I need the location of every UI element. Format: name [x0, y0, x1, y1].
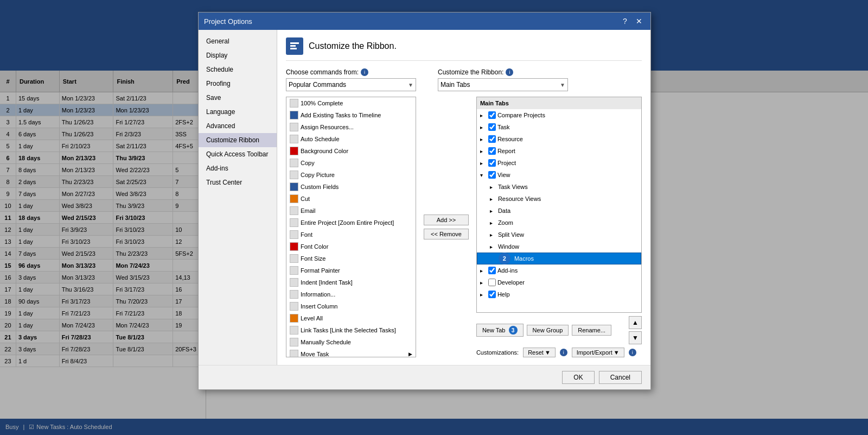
cmd-icon: [290, 302, 298, 311]
tree-item[interactable]: ▸Help: [477, 288, 641, 300]
nav-add-ins[interactable]: Add-ins: [199, 161, 277, 175]
tree-child-item[interactable]: 2Macros: [477, 253, 641, 264]
cancel-button[interactable]: Cancel: [599, 371, 642, 384]
customize-ribbon-icon: [286, 37, 303, 55]
new-tab-button[interactable]: New Tab 3: [476, 324, 524, 337]
cmd-icon: [290, 350, 298, 357]
tree-item-label: Help: [497, 291, 510, 298]
tree-child-item[interactable]: ▸Window: [477, 241, 641, 253]
command-item[interactable]: Assign Resources...: [286, 121, 416, 133]
svg-rect-2: [290, 48, 297, 49]
cmd-label: Link Tasks [Link the Selected Tasks]: [301, 327, 396, 333]
command-item[interactable]: Indent [Indent Task]: [286, 276, 416, 288]
command-item[interactable]: Entire Project [Zoom Entire Project]: [286, 217, 416, 229]
cmd-icon: [290, 111, 298, 119]
tree-child-label: Task Views: [498, 184, 528, 190]
cmd-icon: [290, 99, 298, 108]
move-down-button[interactable]: ▼: [629, 331, 642, 344]
help-button[interactable]: ?: [619, 15, 631, 27]
tree-checkbox[interactable]: [488, 147, 496, 155]
command-item[interactable]: Font: [286, 229, 416, 241]
ribbon-panel-controls: New Tab 3 New Group Rename... ▲ ▼: [476, 316, 642, 344]
command-item[interactable]: Insert Column: [286, 300, 416, 312]
tree-checkbox[interactable]: [488, 111, 496, 119]
move-up-button[interactable]: ▲: [629, 316, 642, 329]
import-export-label: Import/Export: [577, 349, 612, 356]
tree-checkbox[interactable]: [488, 135, 496, 143]
cmd-icon: [290, 290, 298, 299]
tree-item[interactable]: ▸Task: [477, 121, 641, 133]
tree-item[interactable]: ▸Compare Projects: [477, 109, 641, 121]
ribbon-info-icon: i: [506, 68, 513, 76]
close-dialog-button[interactable]: ✕: [633, 15, 645, 27]
nav-language[interactable]: Language: [199, 105, 277, 119]
command-item[interactable]: Format Painter: [286, 264, 416, 276]
nav-schedule[interactable]: Schedule: [199, 62, 277, 77]
command-item[interactable]: Information...: [286, 288, 416, 300]
commands-from-dropdown[interactable]: Popular Commands ▼: [286, 78, 416, 91]
ribbon-dropdown[interactable]: Main Tabs ▼: [438, 78, 568, 91]
tree-checkbox[interactable]: [488, 291, 496, 298]
tree-item[interactable]: ▸Add-ins: [477, 264, 641, 276]
command-item[interactable]: Auto Schedule: [286, 133, 416, 145]
command-item[interactable]: Copy: [286, 157, 416, 169]
tree-item[interactable]: ▸Report: [477, 145, 641, 157]
tree-checkbox[interactable]: [488, 171, 496, 179]
nav-trust-center[interactable]: Trust Center: [199, 175, 277, 190]
tree-item[interactable]: ▸Resource: [477, 133, 641, 145]
cmd-label: Auto Schedule: [301, 136, 340, 142]
command-item[interactable]: 100% Complete: [286, 97, 416, 109]
nav-save[interactable]: Save: [199, 91, 277, 105]
cmd-icon: [290, 218, 298, 227]
command-item[interactable]: Move Task ▶: [286, 348, 416, 357]
nav-quick-access[interactable]: Quick Access Toolbar: [199, 147, 277, 161]
nav-general[interactable]: General: [199, 34, 277, 48]
new-group-button[interactable]: New Group: [527, 325, 569, 336]
command-item[interactable]: Add Existing Tasks to Timeline: [286, 109, 416, 121]
command-item[interactable]: Link Tasks [Link the Selected Tasks]: [286, 324, 416, 336]
cmd-label: Information...: [301, 291, 335, 298]
remove-button[interactable]: << Remove: [424, 229, 469, 239]
command-item[interactable]: Email: [286, 205, 416, 217]
rename-button[interactable]: Rename...: [572, 325, 611, 336]
ok-button[interactable]: OK: [562, 371, 594, 384]
command-item[interactable]: Font Size: [286, 253, 416, 264]
tree-expand-arrow: ▸: [480, 148, 487, 154]
cmd-icon: [290, 194, 298, 203]
command-item[interactable]: Manually Schedule: [286, 336, 416, 348]
add-button[interactable]: Add >>: [424, 215, 469, 225]
nav-advanced[interactable]: Advanced: [199, 119, 277, 133]
tree-checkbox[interactable]: [488, 279, 496, 286]
tree-checkbox[interactable]: [488, 267, 496, 274]
tree-item[interactable]: ▸Project: [477, 157, 641, 169]
cmd-label: 100% Complete: [301, 100, 343, 106]
command-item[interactable]: Background Color: [286, 145, 416, 157]
tree-child-item[interactable]: ▸Task Views: [477, 181, 641, 193]
nav-proofing[interactable]: Proofing: [199, 77, 277, 91]
command-item[interactable]: Font Color: [286, 241, 416, 253]
command-item[interactable]: Custom Fields: [286, 181, 416, 193]
ribbon-tree[interactable]: Main Tabs ▸Compare Projects▸Task▸Resourc…: [476, 97, 642, 313]
nav-display[interactable]: Display: [199, 48, 277, 62]
import-export-button[interactable]: Import/Export ▼: [572, 348, 624, 357]
command-item[interactable]: Copy Picture: [286, 169, 416, 181]
cmd-label: Move Task: [301, 351, 329, 357]
tree-item[interactable]: ▸Developer: [477, 276, 641, 288]
command-item[interactable]: Level All: [286, 312, 416, 324]
tree-child-item[interactable]: ▸Data: [477, 205, 641, 217]
command-item[interactable]: Cut: [286, 193, 416, 205]
reset-button[interactable]: Reset ▼: [523, 348, 556, 357]
cmd-icon: [290, 242, 298, 251]
tree-child-item[interactable]: ▸Resource Views: [477, 193, 641, 205]
tree-item[interactable]: ▾View: [477, 169, 641, 181]
nav-customize-ribbon[interactable]: Customize Ribbon: [199, 133, 277, 147]
tree-checkbox[interactable]: [488, 159, 496, 167]
commands-list[interactable]: 100% Complete Add Existing Tasks to Time…: [286, 97, 416, 357]
title-icons: ? ✕: [619, 15, 645, 27]
tree-child-item[interactable]: ▸Split View: [477, 229, 641, 241]
cmd-icon: [290, 278, 298, 287]
tree-child-item[interactable]: ▸Zoom: [477, 217, 641, 229]
tree-checkbox[interactable]: [488, 123, 496, 131]
reset-label: Reset: [528, 349, 544, 356]
commands-from-section: Choose commands from: i Popular Commands…: [286, 68, 416, 91]
